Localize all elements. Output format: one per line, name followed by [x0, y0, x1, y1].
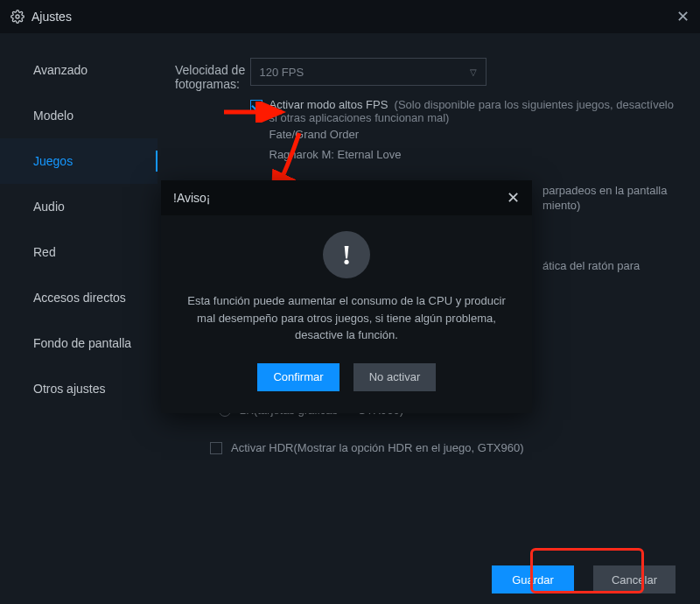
- sidebar-item-fondo[interactable]: Fondo de pantalla: [0, 320, 158, 366]
- fps-select-value: 120 FPS: [260, 66, 304, 79]
- hdr-row: Activar HDR(Mostrar la opción HDR en el …: [210, 440, 682, 454]
- sidebar-item-label: Juegos: [33, 154, 73, 168]
- sidebar: Avanzado Modelo Juegos Audio Red Accesos…: [0, 33, 158, 555]
- window-title: Ajustes: [32, 10, 72, 24]
- sidebar-item-label: Otros ajustes: [33, 382, 105, 396]
- close-icon[interactable]: ✕: [676, 7, 690, 26]
- sidebar-item-accesos[interactable]: Accesos directos: [0, 275, 158, 320]
- game-list-item: Fate/Grand Order: [270, 124, 683, 144]
- fps-label: Velocidad de fotogramas:: [175, 58, 250, 91]
- warning-icon: !: [323, 231, 370, 278]
- modal-header: !Aviso¡ ✕: [161, 180, 532, 215]
- hint-flicker-line1: parpadeos en la pantalla: [542, 184, 682, 197]
- footer: Guardar Cancelar: [0, 555, 700, 604]
- title-bar: Ajustes ✕: [0, 0, 700, 33]
- game-list: Fate/Grand Order Ragnarok M: Eternal Lov…: [250, 124, 683, 165]
- sidebar-item-label: Audio: [33, 200, 65, 214]
- sidebar-item-audio[interactable]: Audio: [0, 184, 158, 229]
- modal-deny-button[interactable]: No activar: [354, 363, 436, 391]
- modal-title: !Aviso¡: [173, 191, 211, 205]
- gear-icon: [10, 10, 24, 24]
- sidebar-item-otros[interactable]: Otros ajustes: [0, 366, 158, 411]
- chevron-down-icon: ▽: [470, 67, 477, 77]
- hdr-label: Activar HDR(Mostrar la opción HDR en el …: [231, 441, 524, 454]
- hdr-checkbox[interactable]: [210, 442, 222, 454]
- fps-select[interactable]: 120 FPS ▽: [250, 58, 486, 86]
- sidebar-item-label: Modelo: [33, 109, 74, 123]
- sidebar-item-red[interactable]: Red: [0, 229, 158, 275]
- modal-message: Esta función puede aumentar el consumo d…: [187, 292, 506, 344]
- sidebar-item-label: Red: [33, 245, 56, 259]
- sidebar-item-label: Fondo de pantalla: [33, 336, 131, 350]
- highfps-checkbox[interactable]: [250, 100, 262, 112]
- sidebar-item-avanzado[interactable]: Avanzado: [0, 47, 158, 93]
- hint-flicker-line2: miento): [542, 199, 682, 212]
- modal-close-icon[interactable]: ✕: [507, 188, 520, 207]
- warning-modal: !Aviso¡ ✕ ! Esta función puede aumentar …: [161, 180, 532, 413]
- sidebar-item-label: Avanzado: [33, 63, 88, 77]
- sidebar-item-modelo[interactable]: Modelo: [0, 93, 158, 138]
- sidebar-item-juegos[interactable]: Juegos: [0, 138, 158, 184]
- highfps-label: Activar modo altos FPS (Solo disponible …: [270, 98, 683, 124]
- svg-point-0: [16, 15, 19, 18]
- sidebar-item-label: Accesos directos: [33, 291, 126, 305]
- cancel-button[interactable]: Cancelar: [593, 565, 676, 593]
- game-list-item: Ragnarok M: Eternal Love: [270, 144, 683, 165]
- modal-confirm-button[interactable]: Confirmar: [257, 363, 340, 391]
- hint-mouse-line1: ática del ratón para: [542, 259, 682, 272]
- save-button[interactable]: Guardar: [492, 565, 574, 593]
